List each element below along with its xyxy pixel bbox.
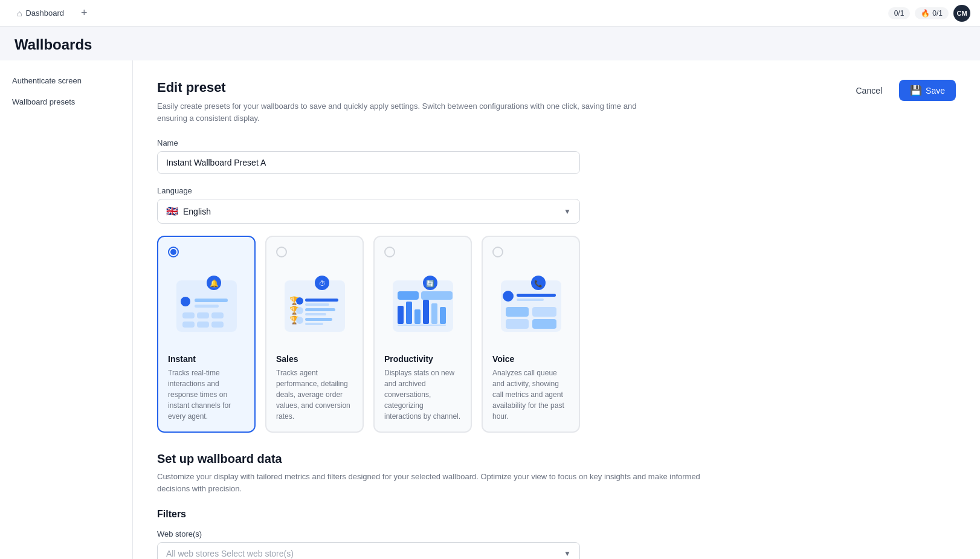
svg-rect-7 [197, 312, 209, 318]
svg-rect-34 [414, 309, 421, 324]
radio-voice [492, 247, 569, 257]
svg-rect-45 [506, 307, 529, 317]
radio-instant [168, 247, 245, 257]
language-field-group: Language 🇬🇧 English ▼ [157, 186, 956, 224]
edit-preset-title-block: Edit preset Easily create presets for yo… [157, 80, 640, 124]
filters-title: Filters [157, 509, 956, 520]
svg-rect-37 [440, 307, 446, 324]
web-store-dropdown[interactable]: All web stores Select web store(s) ▼ [157, 542, 580, 559]
svg-text:🔔: 🔔 [209, 279, 218, 288]
radio-productivity [384, 247, 461, 257]
svg-rect-22 [305, 313, 326, 315]
card-instant[interactable]: 🔔 Instant Tracks real-time inte [157, 236, 256, 433]
badge-1: 0/1 [888, 7, 911, 19]
nav-right: 0/1 🔥 0/1 CM [888, 5, 970, 22]
layout: Authenticate screen Wallboard presets Ed… [0, 60, 980, 559]
card-desc-sales: Tracks agent performance, detailing deal… [276, 367, 353, 422]
svg-text:⏱: ⏱ [318, 280, 325, 287]
svg-rect-38 [398, 325, 446, 326]
chevron-down-icon: ▼ [564, 549, 571, 558]
edit-preset-title: Edit preset [157, 80, 640, 95]
svg-rect-10 [197, 322, 209, 328]
radio-outer-productivity [384, 247, 395, 257]
svg-point-42 [503, 291, 514, 302]
svg-point-20 [296, 307, 303, 314]
svg-rect-46 [532, 307, 556, 317]
card-illustration-sales: ⏱ 🏆 🏆 🏆 [276, 262, 353, 347]
svg-rect-11 [211, 322, 224, 328]
setup-desc: Customize your display with tailored met… [157, 471, 701, 494]
svg-point-16 [296, 297, 303, 305]
cancel-button[interactable]: Cancel [846, 81, 892, 100]
language-select[interactable]: 🇬🇧 English ▼ [157, 199, 580, 224]
page-title: Wallboards [15, 36, 965, 53]
svg-point-24 [296, 317, 303, 324]
card-illustration-productivity: 🔄 [384, 262, 461, 347]
card-illustration-instant: 🔔 [168, 262, 245, 347]
add-tab-button[interactable]: + [76, 4, 92, 22]
fire-icon: 🔥 [921, 9, 930, 18]
card-illustration-voice: 📞 [492, 262, 569, 347]
setup-section: Set up wallboard data Customize your dis… [157, 452, 956, 559]
radio-sales [276, 247, 353, 257]
language-value: English [183, 207, 211, 216]
card-voice[interactable]: 📞 Voice Analyzes call queue and activity… [482, 236, 580, 433]
svg-rect-26 [305, 323, 323, 325]
language-label: Language [157, 186, 956, 195]
dashboard-tab[interactable]: ⌂ Dashboard [10, 5, 71, 22]
svg-rect-5 [195, 305, 219, 308]
svg-rect-36 [431, 303, 437, 324]
avatar-label: CM [956, 10, 967, 17]
svg-rect-6 [182, 312, 195, 318]
svg-rect-35 [423, 300, 429, 324]
badge-2-value: 0/1 [932, 9, 943, 18]
card-desc-voice: Analyzes call queue and activity, showin… [492, 367, 569, 422]
preset-card-grid: 🔔 Instant Tracks real-time inte [157, 236, 580, 433]
card-desc-productivity: Displays stats on new and archived conve… [384, 367, 461, 422]
main-content: Edit preset Easily create presets for yo… [133, 60, 980, 559]
chevron-down-icon: ▼ [564, 207, 571, 216]
name-input[interactable] [157, 151, 580, 174]
web-store-label: Web store(s) [157, 529, 956, 538]
card-name-productivity: Productivity [384, 354, 461, 364]
svg-text:🔄: 🔄 [426, 279, 434, 288]
card-desc-instant: Tracks real-time interactions and respon… [168, 367, 245, 422]
badge-1-value: 0/1 [894, 9, 904, 18]
name-label: Name [157, 138, 956, 147]
card-productivity[interactable]: 🔄 Productivit [373, 236, 472, 433]
svg-rect-48 [532, 319, 556, 329]
svg-rect-44 [517, 299, 544, 301]
svg-rect-33 [406, 302, 412, 324]
card-name-sales: Sales [276, 354, 353, 364]
home-icon: ⌂ [17, 8, 22, 18]
svg-rect-4 [195, 299, 228, 302]
svg-rect-30 [398, 291, 419, 300]
card-sales[interactable]: ⏱ 🏆 🏆 🏆 [265, 236, 364, 433]
svg-rect-21 [305, 308, 335, 311]
badge-2: 🔥 0/1 [915, 7, 949, 19]
flag-icon: 🇬🇧 [166, 205, 178, 217]
sidebar: Authenticate screen Wallboard presets [0, 60, 133, 559]
web-store-group: Web store(s) All web stores Select web s… [157, 529, 956, 559]
radio-outer-sales [276, 247, 287, 257]
top-nav: ⌂ Dashboard + 0/1 🔥 0/1 CM [0, 0, 980, 27]
avatar: CM [953, 5, 970, 22]
sidebar-item-wallboard-presets[interactable]: Wallboard presets [0, 91, 132, 112]
sidebar-item-authenticate-screen[interactable]: Authenticate screen [0, 70, 132, 91]
svg-rect-17 [305, 299, 338, 302]
svg-rect-47 [506, 319, 529, 329]
radio-outer-instant [168, 247, 179, 257]
header-actions: Cancel 💾 Save [846, 80, 956, 101]
svg-rect-9 [182, 322, 195, 328]
radio-outer-voice [492, 247, 503, 257]
dashboard-label: Dashboard [25, 8, 64, 18]
setup-title: Set up wallboard data [157, 452, 956, 466]
save-icon: 💾 [910, 85, 922, 96]
card-name-instant: Instant [168, 354, 245, 364]
svg-rect-8 [211, 312, 224, 318]
name-field-group: Name [157, 138, 956, 174]
save-button[interactable]: 💾 Save [899, 80, 956, 101]
web-store-placeholder: All web stores Select web store(s) [166, 549, 294, 558]
radio-inner-instant [170, 249, 176, 255]
svg-rect-25 [305, 318, 332, 321]
